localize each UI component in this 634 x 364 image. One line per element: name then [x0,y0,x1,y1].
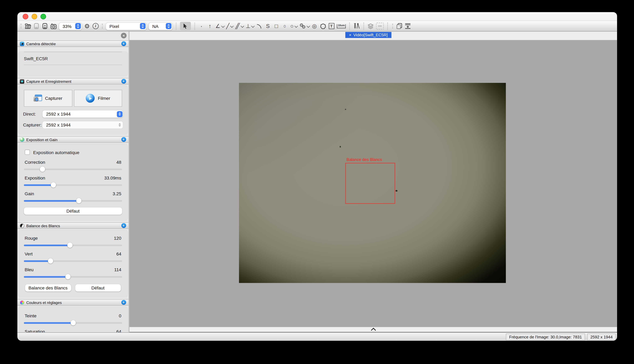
timed-capture-button[interactable] [50,22,56,30]
wb-default-button[interactable]: Défaut [75,284,121,292]
rectangle-tool[interactable]: □ [273,22,280,30]
unit-select[interactable]: Pixel [106,22,146,30]
measure-tool[interactable] [353,22,360,30]
zoom-window-button[interactable] [40,14,46,19]
live-resolution-stepper[interactable] [117,111,122,117]
layers-button[interactable] [368,22,374,30]
bleu-slider[interactable] [24,274,122,279]
merge-export-button[interactable] [405,22,411,30]
minimize-window-button[interactable] [32,14,37,19]
slider-label: Saturation [25,329,45,332]
play-orb-icon: ▶ [86,94,94,102]
settings-button[interactable]: ⚙ [84,22,90,30]
double-chevron-up-icon: « [122,302,126,303]
slider-label: Vert [25,252,32,256]
circle-icon: ○ [290,24,294,29]
slider-knob[interactable] [51,182,56,188]
correction-slider[interactable] [24,166,122,172]
auto-exposure-checkbox[interactable] [25,150,30,155]
panel-header-exposition[interactable]: Exposition et Gain « [17,136,128,143]
sidebar-collapse-button[interactable]: « [121,33,126,38]
circle-tool[interactable]: ○ [290,22,297,30]
text-tool[interactable]: T [328,22,334,30]
double-chevron-up-icon: « [122,225,126,226]
ellipse-icon: ○ [284,24,286,29]
slider-knob[interactable] [40,166,45,172]
panel-collapse-button[interactable]: « [121,41,126,46]
bottom-panel-toggle[interactable] [129,327,617,332]
capture-resolution-select[interactable]: 2592 x 1944 [42,121,123,129]
slider-knob[interactable] [68,242,73,248]
burst-save-button[interactable] [42,22,48,30]
panel-collapse-button[interactable]: « [121,137,126,142]
unit-stepper[interactable] [140,23,146,29]
pointer-tool[interactable] [180,22,191,30]
na-value: NA [152,24,158,28]
app-window: 33% ⚙ i Pixel NA · ↑ ∠ [17,12,617,341]
csv-export-button[interactable]: csv [376,22,384,30]
slider-knob[interactable] [48,258,53,264]
gain-slider[interactable] [24,198,122,203]
burst-save-icon [42,23,48,29]
panel-header-couleurs[interactable]: Couleurs et réglages « [17,299,128,306]
vert-slider[interactable] [24,258,122,264]
panel-collapse-button[interactable]: « [121,300,126,305]
exposition-slider[interactable] [24,182,122,188]
panel-header-balance-des-blancs[interactable]: Balance des Blancs « [17,222,128,229]
white-balance-roi-rect[interactable] [346,163,395,204]
arrow-tool[interactable]: ↑ [207,22,213,30]
angle-tool[interactable]: ∠ [215,22,224,30]
slider-knob[interactable] [65,274,71,279]
slider-knob[interactable] [76,198,82,203]
tab-close-icon[interactable]: × [349,33,351,37]
record-button[interactable]: ▶ Filmer [74,90,122,107]
video-tab[interactable]: × Vidéo[Swift_EC5R] [346,32,392,38]
perpendicular-tool[interactable]: ⊥ [246,22,254,30]
linked-circles-tool[interactable] [299,22,309,30]
camera-panel-body: Swift_EC5R [18,52,128,76]
close-window-button[interactable] [22,14,28,19]
frame-rate-status: Fréquence de l'Image: 30.0,Image: 7831 [506,333,585,340]
save-button[interactable] [34,22,40,30]
white-balance-button[interactable]: Balance des Blancs [25,284,71,292]
point-tool[interactable]: · [198,22,204,30]
panel-collapse-button[interactable]: « [121,223,126,228]
slider-knob[interactable] [70,320,76,326]
csv-icon: csv [376,22,384,30]
capture-button[interactable]: Capturer [24,90,72,107]
na-stepper[interactable] [166,23,172,29]
curve-tool[interactable]: S [265,22,271,30]
ellipse-tool[interactable]: ○ [282,22,288,30]
dust-speck [396,190,397,192]
camera-list-item[interactable]: Swift_EC5R [24,52,122,65]
arc-tool[interactable] [256,22,262,30]
color-wheel-icon [20,300,24,305]
rouge-slider[interactable] [24,242,122,248]
duplicate-button[interactable] [396,22,402,30]
panel-header-camera-detectee[interactable]: Caméra détectée « [17,40,128,47]
live-resolution-select[interactable]: 2592 x 1944 [42,110,123,118]
zoom-select[interactable]: 33% [59,22,82,30]
parallel-lines-tool[interactable]: ╱╱ [235,22,243,30]
slider-value: 64 [116,252,121,256]
scalebar-tool[interactable]: 10um [337,22,346,30]
panel-header-capture[interactable]: Capture et Enregistrement « [17,78,128,84]
exposure-default-button[interactable]: Défaut [24,208,122,215]
zoom-stepper[interactable] [75,23,81,29]
info-icon: i [92,23,98,29]
unit-value: Pixel [109,24,119,28]
line-tool[interactable]: ╱ [226,22,233,30]
panel-title: Exposition et Gain [26,137,58,142]
caliper-icon [353,23,360,29]
info-button[interactable]: i [92,22,98,30]
toolbar: 33% ⚙ i Pixel NA · ↑ ∠ [17,21,617,32]
open-folder-button[interactable] [25,22,31,30]
panel-collapse-button[interactable]: « [121,79,126,84]
copy-icon [396,23,402,29]
teinte-slider[interactable] [24,320,122,326]
concentric-circles-tool[interactable]: ◎ [312,22,318,30]
na-select[interactable]: NA [149,22,172,30]
polygon-tool[interactable] [320,22,326,30]
exposure-icon [20,137,24,142]
double-chevron-up-icon: « [122,80,126,82]
